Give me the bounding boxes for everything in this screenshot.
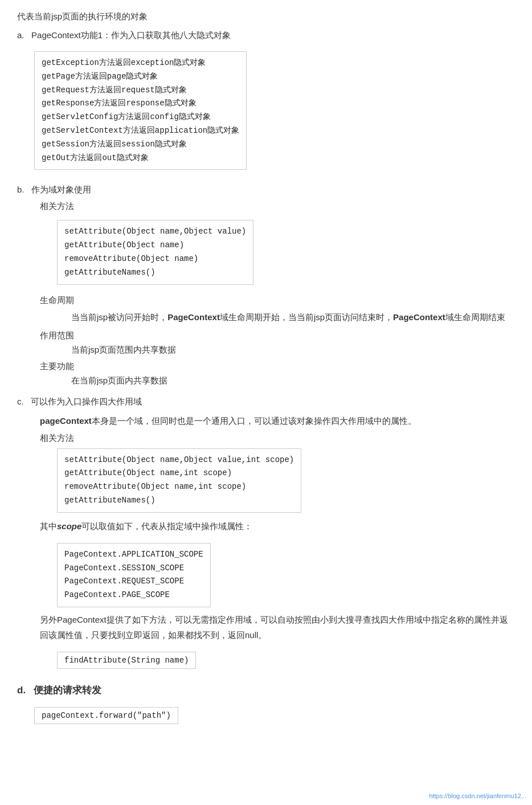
code-line-5: getServletConfig方法返回config隐式对象 — [42, 111, 239, 124]
lifecycle-text1: 当当前jsp被访问开始时， — [71, 312, 167, 322]
section-d-label: d. — [17, 685, 26, 696]
c-method-4: getAttributeNames() — [64, 494, 294, 508]
scope-val-1: PageContext.APPLICATION_SCOPE — [64, 548, 203, 562]
code-line-2: getPage方法返回page隐式对象 — [42, 70, 239, 84]
section-d: d. 便捷的请求转发 pageContext.forward("path") — [17, 684, 515, 729]
extra-text: 另外PageContext提供了如下方法，可以无需指定作用域，可以自动按照由小到… — [40, 612, 515, 643]
section-b: b. 作为域对象使用 相关方法 setAttribute(Object name… — [17, 185, 515, 386]
section-c-code-box: setAttribute(Object name,Object value,in… — [57, 448, 301, 513]
scope-val-4: PageContext.PAGE_SCOPE — [64, 589, 203, 602]
lifecycle-label: 生命周期 — [40, 295, 515, 306]
intro-text: 代表当前jsp页面的执行环境的对象 — [17, 11, 515, 22]
section-c-desc-para: pageContext本身是一个域，但同时也是一个通用入口，可以通过该对象操作四… — [40, 413, 515, 428]
section-a-title-text: PageContext功能1：作为入口获取其他八大隐式对象 — [31, 30, 231, 40]
scope-intro-italic: scope — [57, 521, 81, 531]
c-method-3: removeAttribute(Object name,int scope) — [64, 480, 294, 494]
section-a: a. PageContext功能1：作为入口获取其他八大隐式对象 getExce… — [17, 30, 515, 174]
code-line-4: getResponse方法返回response隐式对象 — [42, 97, 239, 111]
scope-intro-1: 其中 — [40, 521, 57, 531]
watermark: https://blog.csdn.net/jianfenmu12... — [429, 792, 526, 799]
b-method-3: removeAttribute(Object name) — [64, 252, 246, 266]
section-b-scope: 作用范围 当前jsp页面范围内共享数据 — [40, 330, 515, 355]
lifecycle-highlight1: PageContext — [167, 312, 220, 322]
lifecycle-text: 当当前jsp被访问开始时，PageContext域生命周期开始，当当前jsp页面… — [71, 309, 515, 325]
code-line-1: getException方法返回exception隐式对象 — [42, 56, 239, 70]
find-attr-box: findAttribute(String name) — [57, 652, 196, 669]
section-b-methods: 相关方法 setAttribute(Object name,Object val… — [40, 201, 515, 289]
scope-val-2: PageContext.SESSION_SCOPE — [64, 562, 203, 575]
section-b-lifecycle: 生命周期 当当前jsp被访问开始时，PageContext域生命周期开始，当当前… — [40, 295, 515, 325]
section-c-title-text: 可以作为入口操作四大作用域 — [31, 397, 142, 406]
desc-text1: pageContext — [40, 416, 92, 426]
b-method-4: getAttributeNames() — [64, 266, 246, 280]
lifecycle-text2: 域生命周期开始，当当前jsp页面访问结束时， — [220, 312, 393, 322]
mainfunc-label: 主要功能 — [40, 361, 515, 372]
lifecycle-highlight2: PageContext — [393, 312, 445, 322]
code-line-8: getOut方法返回out隐式对象 — [42, 152, 239, 165]
section-b-title-text: 作为域对象使用 — [31, 185, 91, 194]
scope-val-3: PageContext.REQUEST_SCOPE — [64, 575, 203, 589]
lifecycle-text3: 域生命周期结束 — [445, 312, 505, 322]
section-a-code-box: getException方法返回exception隐式对象 getPage方法返… — [34, 51, 247, 170]
code-line-3: getRequest方法返回request隐式对象 — [42, 84, 239, 97]
code-line-6: getServletContext方法返回application隐式对象 — [42, 124, 239, 138]
code-line-7: getSession方法返回session隐式对象 — [42, 138, 239, 152]
scope-values-intro: 其中scope可以取值如下，代表从指定域中操作域属性： — [40, 518, 515, 534]
section-c-scope-values-area: 其中scope可以取值如下，代表从指定域中操作域属性： PageContext.… — [40, 518, 515, 612]
section-d-title-text: 便捷的请求转发 — [34, 685, 101, 696]
section-a-title: a. PageContext功能1：作为入口获取其他八大隐式对象 — [17, 30, 515, 41]
b-method-1: setAttribute(Object name,Object value) — [64, 225, 246, 239]
section-c-title: c. 可以作为入口操作四大作用域 — [17, 397, 515, 407]
section-b-mainfunc: 主要功能 在当前jsp页面内共享数据 — [40, 361, 515, 386]
section-b-code-box: setAttribute(Object name,Object value) g… — [57, 220, 253, 284]
c-methods-label: 相关方法 — [40, 433, 515, 444]
section-b-label: b. — [17, 185, 24, 194]
section-c-methods: 相关方法 setAttribute(Object name,Object val… — [40, 433, 515, 513]
main-func-text: 在当前jsp页面内共享数据 — [71, 375, 515, 386]
scope-values-box: PageContext.APPLICATION_SCOPE PageContex… — [57, 543, 211, 607]
c-method-2: getAttribute(Object name,int scope) — [64, 467, 294, 480]
section-c-label: c. — [17, 397, 24, 406]
section-c-desc: pageContext本身是一个域，但同时也是一个通用入口，可以通过该对象操作四… — [40, 413, 515, 428]
section-d-title: d. 便捷的请求转发 — [17, 684, 515, 697]
forward-method-box: pageContext.forward("path") — [34, 707, 178, 724]
c-method-1: setAttribute(Object name,Object value,in… — [64, 453, 294, 467]
scope-label: 作用范围 — [40, 330, 515, 341]
section-c-extra: 另外PageContext提供了如下方法，可以无需指定作用域，可以自动按照由小到… — [40, 612, 515, 673]
section-b-title: b. 作为域对象使用 — [17, 185, 515, 195]
section-a-label: a. — [17, 30, 24, 40]
b-method-2: getAttribute(Object name) — [64, 239, 246, 252]
scope-intro-2: 可以取值如下，代表从指定域中操作域属性： — [81, 521, 252, 531]
section-c: c. 可以作为入口操作四大作用域 pageContext本身是一个域，但同时也是… — [17, 397, 515, 673]
methods-label: 相关方法 — [40, 201, 515, 212]
scope-text: 当前jsp页面范围内共享数据 — [71, 345, 515, 355]
desc-text2: 本身是一个域，但同时也是一个通用入口，可以通过该对象操作四大作用域中的属性。 — [92, 416, 416, 426]
